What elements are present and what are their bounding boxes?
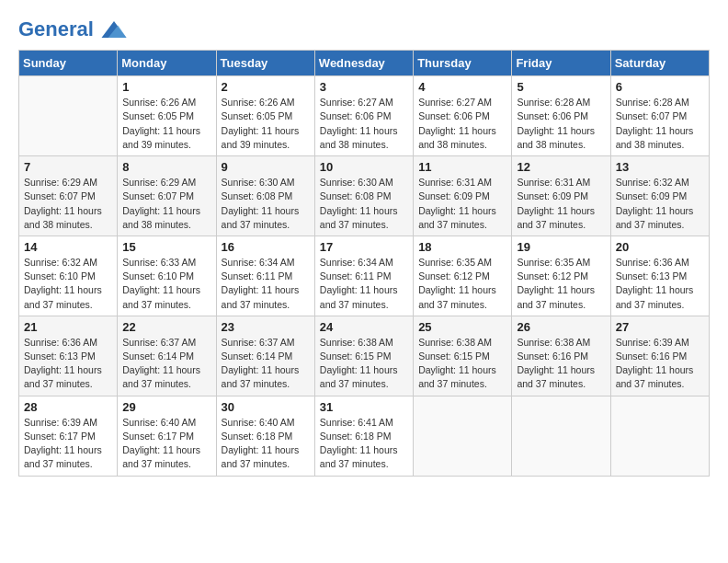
day-info: Sunrise: 6:26 AM Sunset: 6:05 PM Dayligh…: [222, 96, 310, 152]
day-info: Sunrise: 6:40 AM Sunset: 6:18 PM Dayligh…: [222, 416, 310, 472]
day-number: 21: [24, 320, 112, 334]
day-number: 9: [222, 160, 310, 174]
day-number: 11: [418, 160, 506, 174]
calendar-cell: [414, 396, 512, 476]
day-number: 30: [222, 400, 310, 414]
day-info: Sunrise: 6:28 AM Sunset: 6:06 PM Dayligh…: [517, 96, 605, 152]
calendar-cell: 5Sunrise: 6:28 AM Sunset: 6:06 PM Daylig…: [512, 76, 610, 156]
day-info: Sunrise: 6:29 AM Sunset: 6:07 PM Dayligh…: [122, 176, 210, 232]
calendar-cell: 16Sunrise: 6:34 AM Sunset: 6:11 PM Dayli…: [216, 236, 314, 316]
day-number: 23: [222, 320, 310, 334]
calendar-cell: [19, 76, 118, 156]
day-number: 16: [222, 240, 310, 254]
calendar-cell: 14Sunrise: 6:32 AM Sunset: 6:10 PM Dayli…: [19, 236, 118, 316]
calendar-cell: 2Sunrise: 6:26 AM Sunset: 6:05 PM Daylig…: [216, 76, 314, 156]
day-number: 22: [122, 320, 210, 334]
calendar-cell: 29Sunrise: 6:40 AM Sunset: 6:17 PM Dayli…: [118, 396, 216, 476]
weekday-monday: Monday: [118, 51, 216, 76]
calendar-cell: [610, 396, 709, 476]
day-number: 18: [418, 240, 506, 254]
week-row-1: 1Sunrise: 6:26 AM Sunset: 6:05 PM Daylig…: [19, 76, 710, 156]
calendar-cell: 21Sunrise: 6:36 AM Sunset: 6:13 PM Dayli…: [19, 316, 118, 396]
calendar-cell: 1Sunrise: 6:26 AM Sunset: 6:05 PM Daylig…: [118, 76, 216, 156]
calendar-cell: 23Sunrise: 6:37 AM Sunset: 6:14 PM Dayli…: [216, 316, 314, 396]
day-info: Sunrise: 6:36 AM Sunset: 6:13 PM Dayligh…: [24, 336, 112, 392]
day-info: Sunrise: 6:32 AM Sunset: 6:09 PM Dayligh…: [616, 176, 704, 232]
calendar-cell: 6Sunrise: 6:28 AM Sunset: 6:07 PM Daylig…: [610, 76, 709, 156]
day-number: 14: [24, 240, 112, 254]
day-info: Sunrise: 6:38 AM Sunset: 6:16 PM Dayligh…: [517, 336, 605, 392]
calendar-cell: 24Sunrise: 6:38 AM Sunset: 6:15 PM Dayli…: [314, 316, 413, 396]
day-number: 12: [517, 160, 605, 174]
day-number: 31: [320, 400, 408, 414]
calendar-cell: 17Sunrise: 6:34 AM Sunset: 6:11 PM Dayli…: [314, 236, 413, 316]
day-info: Sunrise: 6:32 AM Sunset: 6:10 PM Dayligh…: [24, 256, 112, 312]
day-number: 7: [24, 160, 112, 174]
day-number: 1: [122, 80, 210, 94]
calendar-cell: 8Sunrise: 6:29 AM Sunset: 6:07 PM Daylig…: [118, 156, 216, 236]
calendar-cell: 18Sunrise: 6:35 AM Sunset: 6:12 PM Dayli…: [414, 236, 512, 316]
calendar-cell: 12Sunrise: 6:31 AM Sunset: 6:09 PM Dayli…: [512, 156, 610, 236]
weekday-wednesday: Wednesday: [314, 51, 413, 76]
day-number: 25: [418, 320, 506, 334]
day-info: Sunrise: 6:38 AM Sunset: 6:15 PM Dayligh…: [320, 336, 408, 392]
day-number: 13: [616, 160, 704, 174]
day-info: Sunrise: 6:28 AM Sunset: 6:07 PM Dayligh…: [616, 96, 704, 152]
day-number: 2: [222, 80, 310, 94]
day-info: Sunrise: 6:34 AM Sunset: 6:11 PM Dayligh…: [222, 256, 310, 312]
calendar-cell: 7Sunrise: 6:29 AM Sunset: 6:07 PM Daylig…: [19, 156, 118, 236]
week-row-3: 14Sunrise: 6:32 AM Sunset: 6:10 PM Dayli…: [19, 236, 710, 316]
day-info: Sunrise: 6:37 AM Sunset: 6:14 PM Dayligh…: [222, 336, 310, 392]
weekday-header-row: SundayMondayTuesdayWednesdayThursdayFrid…: [19, 51, 710, 76]
weekday-tuesday: Tuesday: [216, 51, 314, 76]
calendar-cell: 25Sunrise: 6:38 AM Sunset: 6:15 PM Dayli…: [414, 316, 512, 396]
calendar: SundayMondayTuesdayWednesdayThursdayFrid…: [18, 50, 710, 476]
header: General: [18, 18, 710, 40]
day-info: Sunrise: 6:27 AM Sunset: 6:06 PM Dayligh…: [418, 96, 506, 152]
day-info: Sunrise: 6:39 AM Sunset: 6:17 PM Dayligh…: [24, 416, 112, 472]
day-info: Sunrise: 6:30 AM Sunset: 6:08 PM Dayligh…: [222, 176, 310, 232]
day-number: 17: [320, 240, 408, 254]
weekday-friday: Friday: [512, 51, 610, 76]
calendar-cell: 26Sunrise: 6:38 AM Sunset: 6:16 PM Dayli…: [512, 316, 610, 396]
day-info: Sunrise: 6:36 AM Sunset: 6:13 PM Dayligh…: [616, 256, 704, 312]
day-number: 6: [616, 80, 704, 94]
day-number: 5: [517, 80, 605, 94]
week-row-4: 21Sunrise: 6:36 AM Sunset: 6:13 PM Dayli…: [19, 316, 710, 396]
day-info: Sunrise: 6:31 AM Sunset: 6:09 PM Dayligh…: [517, 176, 605, 232]
calendar-cell: 3Sunrise: 6:27 AM Sunset: 6:06 PM Daylig…: [314, 76, 413, 156]
logo: General: [18, 18, 127, 40]
day-info: Sunrise: 6:37 AM Sunset: 6:14 PM Dayligh…: [122, 336, 210, 392]
day-number: 3: [320, 80, 408, 94]
calendar-cell: 22Sunrise: 6:37 AM Sunset: 6:14 PM Dayli…: [118, 316, 216, 396]
calendar-cell: [512, 396, 610, 476]
day-info: Sunrise: 6:30 AM Sunset: 6:08 PM Dayligh…: [320, 176, 408, 232]
calendar-cell: 10Sunrise: 6:30 AM Sunset: 6:08 PM Dayli…: [314, 156, 413, 236]
day-info: Sunrise: 6:38 AM Sunset: 6:15 PM Dayligh…: [418, 336, 506, 392]
logo-text: General: [18, 18, 127, 40]
day-info: Sunrise: 6:35 AM Sunset: 6:12 PM Dayligh…: [517, 256, 605, 312]
day-info: Sunrise: 6:41 AM Sunset: 6:18 PM Dayligh…: [320, 416, 408, 472]
calendar-cell: 20Sunrise: 6:36 AM Sunset: 6:13 PM Dayli…: [610, 236, 709, 316]
weekday-sunday: Sunday: [19, 51, 118, 76]
calendar-cell: 30Sunrise: 6:40 AM Sunset: 6:18 PM Dayli…: [216, 396, 314, 476]
day-number: 26: [517, 320, 605, 334]
week-row-5: 28Sunrise: 6:39 AM Sunset: 6:17 PM Dayli…: [19, 396, 710, 476]
calendar-cell: 13Sunrise: 6:32 AM Sunset: 6:09 PM Dayli…: [610, 156, 709, 236]
calendar-cell: 19Sunrise: 6:35 AM Sunset: 6:12 PM Dayli…: [512, 236, 610, 316]
day-info: Sunrise: 6:29 AM Sunset: 6:07 PM Dayligh…: [24, 176, 112, 232]
calendar-cell: 11Sunrise: 6:31 AM Sunset: 6:09 PM Dayli…: [414, 156, 512, 236]
day-number: 20: [616, 240, 704, 254]
day-info: Sunrise: 6:35 AM Sunset: 6:12 PM Dayligh…: [418, 256, 506, 312]
calendar-cell: 15Sunrise: 6:33 AM Sunset: 6:10 PM Dayli…: [118, 236, 216, 316]
day-number: 10: [320, 160, 408, 174]
day-info: Sunrise: 6:34 AM Sunset: 6:11 PM Dayligh…: [320, 256, 408, 312]
day-number: 28: [24, 400, 112, 414]
calendar-cell: 9Sunrise: 6:30 AM Sunset: 6:08 PM Daylig…: [216, 156, 314, 236]
day-number: 4: [418, 80, 506, 94]
day-info: Sunrise: 6:26 AM Sunset: 6:05 PM Dayligh…: [122, 96, 210, 152]
day-number: 29: [122, 400, 210, 414]
day-info: Sunrise: 6:39 AM Sunset: 6:16 PM Dayligh…: [616, 336, 704, 392]
logo-icon: [101, 21, 127, 38]
calendar-cell: 28Sunrise: 6:39 AM Sunset: 6:17 PM Dayli…: [19, 396, 118, 476]
